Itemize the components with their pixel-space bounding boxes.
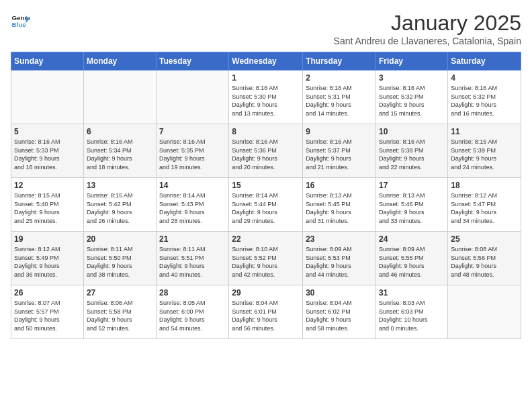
day-number: 16 [306,181,373,190]
calendar-cell [157,71,229,124]
day-number: 24 [379,234,445,244]
calendar-cell: 10Sunrise: 8:16 AMSunset: 5:38 PMDayligh… [376,124,448,178]
day-number: 18 [451,181,518,190]
day-number: 26 [14,288,81,298]
calendar-cell: 7Sunrise: 8:16 AMSunset: 5:35 PMDaylight… [157,124,229,178]
weekday-header-row: SundayMondayTuesdayWednesdayThursdayFrid… [11,52,521,71]
day-number: 30 [306,288,373,298]
day-number: 3 [379,73,445,83]
day-number: 6 [87,127,153,136]
day-detail: Sunrise: 8:16 AMSunset: 5:34 PMDaylight:… [87,138,153,171]
weekday-header-thursday: Thursday [303,52,376,71]
day-detail: Sunrise: 8:11 AMSunset: 5:50 PMDaylight:… [87,245,153,279]
calendar-table: SundayMondayTuesdayWednesdayThursdayFrid… [11,52,521,339]
calendar-cell: 4Sunrise: 8:16 AMSunset: 5:32 PMDaylight… [448,71,521,124]
day-detail: Sunrise: 8:16 AMSunset: 5:38 PMDaylight:… [379,138,445,171]
day-detail: Sunrise: 8:06 AMSunset: 5:58 PMDaylight:… [87,299,153,332]
calendar-cell: 29Sunrise: 8:04 AMSunset: 6:01 PMDayligh… [229,285,303,339]
header: General Blue January 2025 Sant Andreu de… [11,11,521,46]
day-detail: Sunrise: 8:03 AMSunset: 6:03 PMDaylight:… [379,299,445,332]
calendar-cell: 3Sunrise: 8:16 AMSunset: 5:32 PMDaylight… [376,71,448,124]
day-detail: Sunrise: 8:11 AMSunset: 5:51 PMDaylight:… [159,245,226,279]
calendar-cell: 19Sunrise: 8:12 AMSunset: 5:49 PMDayligh… [11,232,84,285]
calendar-cell: 15Sunrise: 8:14 AMSunset: 5:44 PMDayligh… [229,178,303,232]
calendar-cell: 16Sunrise: 8:13 AMSunset: 5:45 PMDayligh… [303,178,376,232]
weekday-header-saturday: Saturday [448,52,521,71]
calendar-cell: 6Sunrise: 8:16 AMSunset: 5:34 PMDaylight… [83,124,156,178]
day-number: 14 [159,181,226,190]
day-number: 10 [379,127,445,136]
day-number: 20 [87,234,153,244]
calendar-cell: 24Sunrise: 8:09 AMSunset: 5:55 PMDayligh… [376,232,448,285]
day-detail: Sunrise: 8:16 AMSunset: 5:37 PMDaylight:… [306,138,373,171]
calendar-cell: 12Sunrise: 8:15 AMSunset: 5:40 PMDayligh… [11,178,84,232]
day-number: 22 [232,234,300,244]
calendar-cell: 28Sunrise: 8:05 AMSunset: 6:00 PMDayligh… [157,285,229,339]
day-detail: Sunrise: 8:15 AMSunset: 5:39 PMDaylight:… [451,138,518,171]
day-number: 8 [232,127,300,136]
day-detail: Sunrise: 8:16 AMSunset: 5:36 PMDaylight:… [232,138,300,171]
day-detail: Sunrise: 8:13 AMSunset: 5:46 PMDaylight:… [379,191,445,225]
calendar-cell: 13Sunrise: 8:15 AMSunset: 5:42 PMDayligh… [83,178,156,232]
calendar-title: January 2025 [334,11,521,36]
calendar-cell: 22Sunrise: 8:10 AMSunset: 5:52 PMDayligh… [229,232,303,285]
svg-text:Blue: Blue [11,21,26,28]
day-detail: Sunrise: 8:15 AMSunset: 5:42 PMDaylight:… [87,191,153,225]
weekday-header-tuesday: Tuesday [157,52,229,71]
calendar-week-4: 19Sunrise: 8:12 AMSunset: 5:49 PMDayligh… [11,232,521,285]
day-detail: Sunrise: 8:09 AMSunset: 5:55 PMDaylight:… [379,245,445,279]
day-number: 1 [232,73,300,83]
day-number: 21 [159,234,226,244]
calendar-cell: 27Sunrise: 8:06 AMSunset: 5:58 PMDayligh… [83,285,156,339]
day-number: 2 [306,73,373,83]
logo-icon: General Blue [11,11,30,30]
day-number: 17 [379,181,445,190]
calendar-cell: 31Sunrise: 8:03 AMSunset: 6:03 PMDayligh… [376,285,448,339]
calendar-cell [448,285,521,339]
day-number: 28 [159,288,226,298]
calendar-week-1: 1Sunrise: 8:16 AMSunset: 5:30 PMDaylight… [11,71,521,124]
calendar-cell: 5Sunrise: 8:16 AMSunset: 5:33 PMDaylight… [11,124,84,178]
day-detail: Sunrise: 8:12 AMSunset: 5:47 PMDaylight:… [451,191,518,225]
calendar-cell: 17Sunrise: 8:13 AMSunset: 5:46 PMDayligh… [376,178,448,232]
day-detail: Sunrise: 8:14 AMSunset: 5:44 PMDaylight:… [232,191,300,225]
day-number: 11 [451,127,518,136]
calendar-cell: 11Sunrise: 8:15 AMSunset: 5:39 PMDayligh… [448,124,521,178]
calendar-cell: 14Sunrise: 8:14 AMSunset: 5:43 PMDayligh… [157,178,229,232]
day-detail: Sunrise: 8:04 AMSunset: 6:01 PMDaylight:… [232,299,300,332]
day-number: 15 [232,181,300,190]
day-detail: Sunrise: 8:16 AMSunset: 5:35 PMDaylight:… [159,138,226,171]
weekday-header-sunday: Sunday [11,52,84,71]
calendar-cell: 23Sunrise: 8:09 AMSunset: 5:53 PMDayligh… [303,232,376,285]
calendar-cell: 25Sunrise: 8:08 AMSunset: 5:56 PMDayligh… [448,232,521,285]
day-detail: Sunrise: 8:16 AMSunset: 5:32 PMDaylight:… [451,84,518,118]
day-detail: Sunrise: 8:09 AMSunset: 5:53 PMDaylight:… [306,245,373,279]
calendar-cell: 18Sunrise: 8:12 AMSunset: 5:47 PMDayligh… [448,178,521,232]
day-detail: Sunrise: 8:08 AMSunset: 5:56 PMDaylight:… [451,245,518,279]
calendar-cell: 2Sunrise: 8:16 AMSunset: 5:31 PMDaylight… [303,71,376,124]
day-detail: Sunrise: 8:13 AMSunset: 5:45 PMDaylight:… [306,191,373,225]
calendar-cell: 21Sunrise: 8:11 AMSunset: 5:51 PMDayligh… [157,232,229,285]
day-number: 19 [14,234,81,244]
day-detail: Sunrise: 8:16 AMSunset: 5:32 PMDaylight:… [379,84,445,118]
weekday-header-wednesday: Wednesday [229,52,303,71]
day-number: 4 [451,73,518,83]
calendar-cell: 9Sunrise: 8:16 AMSunset: 5:37 PMDaylight… [303,124,376,178]
calendar-week-3: 12Sunrise: 8:15 AMSunset: 5:40 PMDayligh… [11,178,521,232]
day-detail: Sunrise: 8:15 AMSunset: 5:40 PMDaylight:… [14,191,81,225]
day-detail: Sunrise: 8:14 AMSunset: 5:43 PMDaylight:… [159,191,226,225]
day-number: 5 [14,127,81,136]
calendar-week-5: 26Sunrise: 8:07 AMSunset: 5:57 PMDayligh… [11,285,521,339]
weekday-header-monday: Monday [83,52,156,71]
logo: General Blue [11,11,30,30]
day-number: 29 [232,288,300,298]
calendar-cell: 1Sunrise: 8:16 AMSunset: 5:30 PMDaylight… [229,71,303,124]
weekday-header-friday: Friday [376,52,448,71]
day-number: 27 [87,288,153,298]
calendar-cell: 8Sunrise: 8:16 AMSunset: 5:36 PMDaylight… [229,124,303,178]
day-number: 25 [451,234,518,244]
day-detail: Sunrise: 8:16 AMSunset: 5:33 PMDaylight:… [14,138,81,171]
day-number: 12 [14,181,81,190]
day-number: 7 [159,127,226,136]
calendar-cell: 26Sunrise: 8:07 AMSunset: 5:57 PMDayligh… [11,285,84,339]
